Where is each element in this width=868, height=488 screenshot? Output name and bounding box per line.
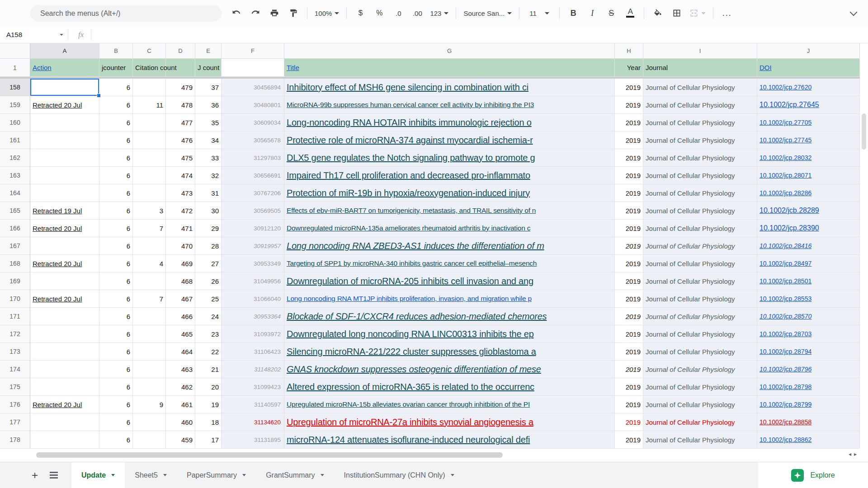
row-header[interactable]: 169	[0, 272, 30, 290]
cell-title[interactable]: Protective role of microRNA-374 against …	[284, 131, 615, 149]
cell-count-d[interactable]: 462	[166, 378, 195, 396]
column-header-H[interactable]: H	[615, 43, 643, 59]
cell-count-d[interactable]: 478	[166, 96, 195, 114]
header-cell-action[interactable]: Action	[30, 59, 99, 77]
cell-j-count[interactable]: 32	[195, 167, 222, 184]
cell-doi[interactable]: 10.1002/jcp.27705	[757, 114, 860, 131]
cell-action[interactable]	[30, 131, 99, 149]
cell-year[interactable]: 2019	[615, 202, 643, 220]
cell-pmid[interactable]: 31134620	[222, 413, 284, 431]
cell-jcounter[interactable]: 6	[99, 220, 133, 237]
cell-action[interactable]	[30, 378, 99, 396]
cell-j-count[interactable]: 25	[195, 290, 222, 308]
cell-action[interactable]	[30, 325, 99, 343]
cell-j-count[interactable]: 28	[195, 237, 222, 255]
cell-action[interactable]	[30, 79, 99, 96]
cell-pmid[interactable]: 30456894	[222, 79, 284, 96]
cell-action[interactable]	[30, 343, 99, 361]
cell-journal[interactable]: Journal of Cellular Physiology	[643, 184, 757, 202]
cell-action[interactable]: Retracted 20 Jul	[30, 290, 99, 308]
cell-title[interactable]: Upregulated microRNA-15b alleviates ovar…	[284, 396, 615, 413]
more-icon[interactable]: ...	[719, 5, 735, 21]
row-header[interactable]: 170	[0, 290, 30, 308]
cell-pmid[interactable]: 31106423	[222, 343, 284, 361]
cell-year[interactable]: 2019	[615, 431, 643, 449]
formula-input[interactable]	[91, 26, 868, 43]
cell-year[interactable]: 2019	[615, 184, 643, 202]
cell-j-count[interactable]: 29	[195, 220, 222, 237]
cell-title[interactable]: GNAS knockdown suppresses osteogenic dif…	[284, 361, 615, 378]
row-header[interactable]: 174	[0, 361, 30, 378]
cell-journal[interactable]: Journal of Cellular Physiology	[643, 220, 757, 237]
name-box[interactable]: A158	[0, 26, 68, 43]
cell-doi[interactable]: 10.1002/jcp.27645	[757, 96, 860, 114]
cell-citation-count[interactable]	[133, 237, 166, 255]
cell-title[interactable]: Blockade of SDF-1/CXCR4 reduces adhesion…	[284, 308, 615, 325]
cell-j-count[interactable]: 24	[195, 308, 222, 325]
cell-j-count[interactable]: 35	[195, 114, 222, 131]
cell-title[interactable]: Effects of ebv-miR-BART7 on tumorigenici…	[284, 202, 615, 220]
cell-j-count[interactable]: 21	[195, 361, 222, 378]
vertical-scrollbar[interactable]	[860, 43, 868, 449]
cell-title[interactable]: Downregulated microRNA-135a ameliorates …	[284, 220, 615, 237]
cell-citation-count[interactable]	[133, 378, 166, 396]
cell-citation-count[interactable]: 7	[133, 220, 166, 237]
cell-year[interactable]: 2019	[615, 396, 643, 413]
cell-pmid[interactable]: 31049956	[222, 272, 284, 290]
cell-citation-count[interactable]: 9	[133, 396, 166, 413]
column-header-C[interactable]: C	[133, 43, 166, 59]
cell-year[interactable]: 2019	[615, 114, 643, 131]
format-percent-button[interactable]: %	[371, 5, 387, 21]
column-header-B[interactable]: B	[99, 43, 133, 59]
cell-title[interactable]: Long noncoding RNA ZBED3-AS1 induces the…	[284, 237, 615, 255]
cell-pmid[interactable]: 31140597	[222, 396, 284, 413]
row-header[interactable]: 175	[0, 378, 30, 396]
cell-year[interactable]: 2019	[615, 131, 643, 149]
row-header[interactable]: 178	[0, 431, 30, 449]
cell-title[interactable]: Long-noncoding RNA HOTAIR inhibits immun…	[284, 114, 615, 131]
cell-citation-count[interactable]: 4	[133, 255, 166, 272]
cell-title[interactable]: Upregulation of microRNA-27a inhibits sy…	[284, 413, 615, 431]
cell-pmid[interactable]: 30767206	[222, 184, 284, 202]
column-header-G[interactable]: G	[284, 43, 615, 59]
cell-action[interactable]	[30, 413, 99, 431]
cell-year[interactable]: 2019	[615, 237, 643, 255]
tab-institutionsummary-chn-only-[interactable]: InstitutionSummary (CHN Only)	[334, 462, 464, 488]
cell-citation-count[interactable]	[133, 308, 166, 325]
cell-journal[interactable]: Journal of Cellular Physiology	[643, 255, 757, 272]
tab-update[interactable]: Update	[71, 462, 125, 488]
cell-pmid[interactable]: 31297803	[222, 149, 284, 167]
scroll-right-icon[interactable]: ▸	[854, 451, 857, 457]
cell-journal[interactable]: Journal of Cellular Physiology	[643, 202, 757, 220]
fill-color-icon[interactable]	[650, 5, 666, 21]
undo-icon[interactable]	[228, 5, 245, 21]
row-header[interactable]: 163	[0, 167, 30, 184]
cell-pmid[interactable]: 30912120	[222, 220, 284, 237]
column-header-A[interactable]: A	[30, 43, 99, 59]
cell-citation-count[interactable]	[133, 167, 166, 184]
row-header[interactable]: 172	[0, 325, 30, 343]
cell-doi[interactable]: 10.1002/jcp.28794	[757, 343, 860, 361]
header-cell-year[interactable]: Year	[615, 59, 643, 77]
cell-j-count[interactable]: 17	[195, 431, 222, 449]
cell-citation-count[interactable]	[133, 114, 166, 131]
cell-doi[interactable]: 10.1002/jcp.28032	[757, 149, 860, 167]
cell-journal[interactable]: Journal of Cellular Physiology	[643, 378, 757, 396]
cell-year[interactable]: 2019	[615, 272, 643, 290]
cell-action[interactable]	[30, 149, 99, 167]
cell-doi[interactable]: 10.1002/jcp.28416	[757, 237, 860, 255]
cell-year[interactable]: 2019	[615, 79, 643, 96]
cell-journal[interactable]: Journal of Cellular Physiology	[643, 308, 757, 325]
cell-jcounter[interactable]: 6	[99, 96, 133, 114]
header-cell-j-count[interactable]: J count	[195, 59, 222, 77]
cell-title[interactable]: Long noncoding RNA MT1JP inhibits prolif…	[284, 290, 615, 308]
cell-count-d[interactable]: 469	[166, 255, 195, 272]
cell-jcounter[interactable]: 6	[99, 378, 133, 396]
cell-title[interactable]: microRNA-124 attenuates isoflurane-induc…	[284, 431, 615, 449]
print-icon[interactable]	[266, 5, 283, 21]
cell-journal[interactable]: Journal of Cellular Physiology	[643, 79, 757, 96]
header-cell-jcounter[interactable]: jcounter	[99, 59, 133, 77]
cell-title[interactable]: Silencing microRNA-221/222 cluster suppr…	[284, 343, 615, 361]
cell-citation-count[interactable]	[133, 149, 166, 167]
cell-journal[interactable]: Journal of Cellular Physiology	[643, 396, 757, 413]
